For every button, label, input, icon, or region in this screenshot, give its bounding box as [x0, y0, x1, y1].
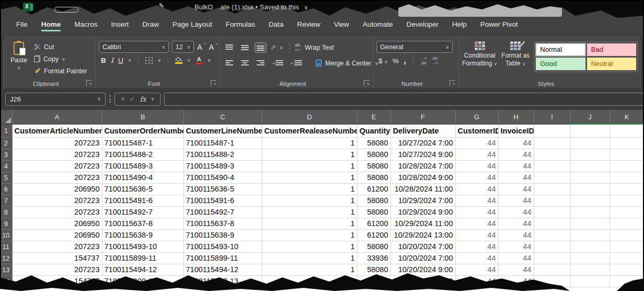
cell-F12[interactable]: 10/20/2024 7:00	[390, 252, 455, 264]
row-header-7[interactable]: 7	[0, 195, 12, 206]
cell-D4[interactable]: 1	[262, 160, 357, 172]
cell-A10[interactable]: 206950	[12, 229, 102, 241]
column-header-C[interactable]: C	[183, 110, 262, 124]
cell-B11[interactable]: 7100115493-10	[102, 241, 183, 252]
number-dialog-launcher[interactable]: ↘	[450, 80, 455, 86]
fill-color-button[interactable]	[175, 57, 182, 64]
cell-E7[interactable]: 58080	[357, 195, 390, 206]
clipboard-dialog-launcher[interactable]: ↘	[86, 80, 92, 86]
borders-chevron-down-icon[interactable]: ∨	[157, 58, 161, 63]
comma-style-button[interactable]: ,	[404, 58, 406, 63]
column-header-G[interactable]: G	[455, 110, 498, 124]
tab-help[interactable]: Help	[445, 17, 474, 36]
cell-F7[interactable]: 10/29/2024 7:00	[390, 195, 455, 206]
align-right-button[interactable]	[255, 58, 267, 69]
cell-F4[interactable]: 10/28/2024 7:00	[390, 160, 455, 172]
cell-F8[interactable]: 10/29/2024 9:00	[390, 206, 455, 218]
cell-H4[interactable]: 44	[498, 160, 534, 172]
cell-I1[interactable]	[534, 124, 570, 137]
cell-K13[interactable]	[610, 264, 644, 275]
cell-B7[interactable]: 7100115491-6	[102, 195, 183, 206]
cell-B6[interactable]: 7100115636-5	[102, 183, 183, 195]
cell-K10[interactable]	[610, 229, 644, 241]
column-header-B[interactable]: B	[102, 110, 183, 124]
cell-G2[interactable]: 44	[455, 137, 498, 149]
row-header-8[interactable]: 8	[0, 206, 12, 218]
cell-J12[interactable]	[570, 252, 610, 264]
title-chevron-down-icon[interactable]: ∨	[304, 4, 308, 10]
cell-E5[interactable]: 58080	[357, 172, 390, 183]
cell-A9[interactable]: 206950	[12, 218, 102, 229]
percent-style-button[interactable]: %	[393, 57, 399, 65]
cell-C12[interactable]: 7100115899-11	[183, 252, 262, 264]
cell-I5[interactable]	[534, 172, 570, 183]
wrap-text-button[interactable]: Wrap Text	[305, 44, 334, 51]
font-color-chevron-down-icon[interactable]: ∨	[208, 58, 211, 63]
tab-developer[interactable]: Developer	[400, 17, 446, 36]
cell-A8[interactable]: 207223	[12, 206, 102, 218]
cell-I11[interactable]	[534, 241, 570, 252]
cell-H11[interactable]: 44	[498, 241, 534, 252]
name-box-chevron-down-icon[interactable]: ∨	[97, 96, 101, 102]
cell-K4[interactable]	[610, 160, 644, 172]
column-header-J[interactable]: J	[570, 110, 610, 124]
cell-C9[interactable]: 7100115637-8	[183, 218, 262, 229]
cell-K3[interactable]	[610, 149, 644, 160]
cell-J1[interactable]	[570, 124, 610, 137]
cell-J11[interactable]	[570, 241, 610, 252]
cell-I12[interactable]	[534, 252, 570, 264]
cell-G3[interactable]: 44	[455, 149, 498, 160]
cell-I6[interactable]	[534, 183, 570, 195]
row-header-3[interactable]: 3	[0, 149, 12, 160]
cell-style-neutral[interactable]: Neutral	[587, 58, 636, 70]
tab-view[interactable]: View	[327, 17, 356, 36]
column-header-I[interactable]: I	[534, 110, 570, 124]
cell-J14[interactable]	[570, 275, 610, 287]
align-top-button[interactable]	[223, 42, 235, 53]
format-as-table-button[interactable]: Format asTable ∨	[501, 41, 530, 79]
copy-button[interactable]: Copy ∨	[34, 53, 87, 64]
cell-C11[interactable]: 7100115493-10	[183, 241, 262, 252]
font-name-select[interactable]: Calibri ∨	[99, 41, 169, 53]
cell-A5[interactable]: 207223	[12, 172, 102, 183]
cell-K11[interactable]	[610, 241, 644, 252]
cell-B13[interactable]: 7100115494-12	[102, 264, 183, 275]
tab-draw[interactable]: Draw	[135, 17, 166, 36]
cell-H13[interactable]: 44	[498, 264, 534, 275]
cell-A4[interactable]: 207223	[12, 160, 102, 172]
cell-E4[interactable]: 58080	[357, 160, 390, 172]
copy-chevron-down-icon[interactable]: ∨	[62, 57, 65, 62]
cell-A2[interactable]: 207223	[12, 137, 102, 149]
cell-G12[interactable]: 44	[455, 252, 498, 264]
cell-D3[interactable]: 1	[262, 149, 357, 160]
align-bottom-button[interactable]	[255, 42, 267, 53]
cell-D9[interactable]: 1	[262, 218, 357, 229]
align-left-button[interactable]	[223, 58, 235, 69]
column-header-H[interactable]: H	[498, 110, 534, 124]
row-header-2[interactable]: 2	[0, 137, 12, 149]
row-header-10[interactable]: 10	[0, 229, 12, 241]
cell-D6[interactable]: 1	[262, 183, 357, 195]
tab-insert[interactable]: Insert	[105, 17, 136, 36]
column-header-F[interactable]: F	[390, 110, 455, 124]
cell-B12[interactable]: 7100115899-11	[102, 252, 183, 264]
cell-K12[interactable]	[610, 252, 644, 264]
cell-C5[interactable]: 7100115490-4	[183, 172, 262, 183]
paste-chevron-down-icon[interactable]: ∨	[17, 65, 21, 71]
cell-G5[interactable]: 44	[455, 172, 498, 183]
insert-function-chevron-down-icon[interactable]: ∨	[151, 96, 155, 102]
cell-F13[interactable]: 10/20/2024 9:00	[390, 264, 455, 275]
cell-C2[interactable]: 7100115487-1	[183, 137, 262, 149]
cell-C3[interactable]: 7100115488-2	[183, 149, 262, 160]
cell-F9[interactable]: 10/29/2024 11:00	[390, 218, 455, 229]
cell-F10[interactable]: 10/29/2024 13:00	[390, 229, 455, 241]
enter-button[interactable]: ✓	[130, 95, 135, 103]
cancel-button[interactable]: ×	[121, 95, 125, 103]
tab-automate[interactable]: Automate	[356, 17, 400, 36]
alignment-dialog-launcher[interactable]: ↘	[364, 80, 370, 86]
cell-C7[interactable]: 7100115491-6	[183, 195, 262, 206]
cell-E3[interactable]: 58080	[357, 149, 390, 160]
decrease-decimal-button[interactable]: .00→0	[431, 56, 438, 65]
name-box[interactable]: J26 ∨	[5, 93, 106, 106]
row-header-9[interactable]: 9	[0, 218, 12, 229]
